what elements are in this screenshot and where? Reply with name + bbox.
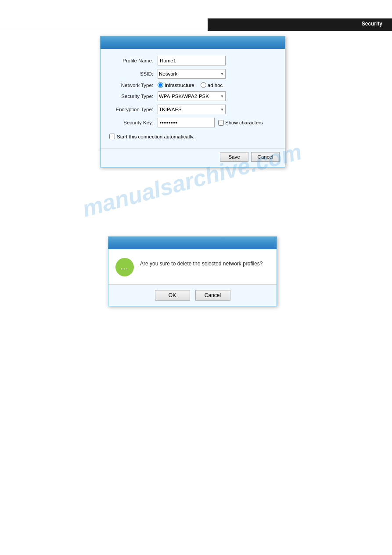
network-type-label: Network Type: bbox=[109, 83, 158, 88]
ssid-label: SSID: bbox=[109, 71, 158, 76]
auto-connect-checkbox[interactable] bbox=[109, 134, 115, 139]
network-type-radio-group: Infrastructure ad hoc bbox=[158, 82, 223, 88]
adhoc-radio[interactable] bbox=[201, 82, 206, 88]
auto-connect-text: Start this connection automatically. bbox=[117, 134, 194, 139]
dialog1-content: Profile Name: SSID: Network Network Type… bbox=[101, 49, 285, 148]
show-characters-text: Show characters bbox=[225, 120, 263, 125]
ok-button[interactable]: OK bbox=[155, 290, 190, 301]
security-key-input[interactable] bbox=[158, 118, 215, 127]
dialog2-cancel-button[interactable]: Cancel bbox=[195, 290, 230, 301]
ssid-select[interactable]: Network bbox=[158, 69, 226, 79]
dialog2-message: Are you sure to delete the selected netw… bbox=[140, 258, 263, 268]
encryption-type-select-wrapper: TKIP/AES bbox=[158, 105, 226, 114]
cancel-button[interactable]: Cancel bbox=[251, 152, 280, 162]
top-line bbox=[0, 31, 392, 31]
infrastructure-radio[interactable] bbox=[158, 82, 163, 88]
save-button[interactable]: Save bbox=[220, 152, 248, 162]
dialog1-titlebar bbox=[101, 36, 285, 49]
show-characters-label[interactable]: Show characters bbox=[218, 120, 263, 126]
auto-connect-row: Start this connection automatically. bbox=[109, 134, 276, 139]
network-profile-dialog: Profile Name: SSID: Network Network Type… bbox=[100, 36, 285, 167]
adhoc-label: ad hoc bbox=[208, 83, 223, 88]
infrastructure-label: Infrastructure bbox=[165, 83, 194, 88]
security-type-select-wrapper: WPA-PSK/WPA2-PSK bbox=[158, 91, 226, 101]
infrastructure-radio-label[interactable]: Infrastructure bbox=[158, 82, 194, 88]
section-label-text: Security bbox=[362, 21, 382, 27]
encryption-type-select[interactable]: TKIP/AES bbox=[158, 105, 226, 114]
dialog2-titlebar bbox=[108, 237, 277, 249]
security-type-label: Security Type: bbox=[109, 94, 158, 99]
adhoc-radio-label[interactable]: ad hoc bbox=[201, 82, 223, 88]
security-key-label: Security Key: bbox=[109, 120, 158, 125]
confirm-delete-dialog: Are you sure to delete the selected netw… bbox=[108, 236, 277, 306]
dialog2-footer: OK Cancel bbox=[108, 285, 277, 306]
encryption-type-label: Encryption Type: bbox=[109, 107, 158, 112]
dialog2-body: Are you sure to delete the selected netw… bbox=[108, 249, 277, 284]
encryption-type-row: Encryption Type: TKIP/AES bbox=[109, 105, 276, 114]
profile-name-row: Profile Name: bbox=[109, 56, 276, 65]
profile-name-input[interactable] bbox=[158, 56, 226, 65]
ssid-select-wrapper: Network bbox=[158, 69, 226, 79]
show-characters-checkbox[interactable] bbox=[218, 120, 224, 126]
network-type-row: Network Type: Infrastructure ad hoc bbox=[109, 82, 276, 88]
ssid-row: SSID: Network bbox=[109, 69, 276, 79]
security-type-row: Security Type: WPA-PSK/WPA2-PSK bbox=[109, 91, 276, 101]
dialog1-footer: Save Cancel bbox=[101, 148, 285, 167]
section-label: Security bbox=[356, 18, 388, 29]
security-type-select[interactable]: WPA-PSK/WPA2-PSK bbox=[158, 91, 226, 101]
security-key-input-group: Show characters bbox=[158, 118, 263, 127]
profile-name-label: Profile Name: bbox=[109, 58, 158, 63]
dialog2-icon bbox=[115, 258, 134, 276]
security-key-row: Security Key: Show characters bbox=[109, 118, 276, 127]
